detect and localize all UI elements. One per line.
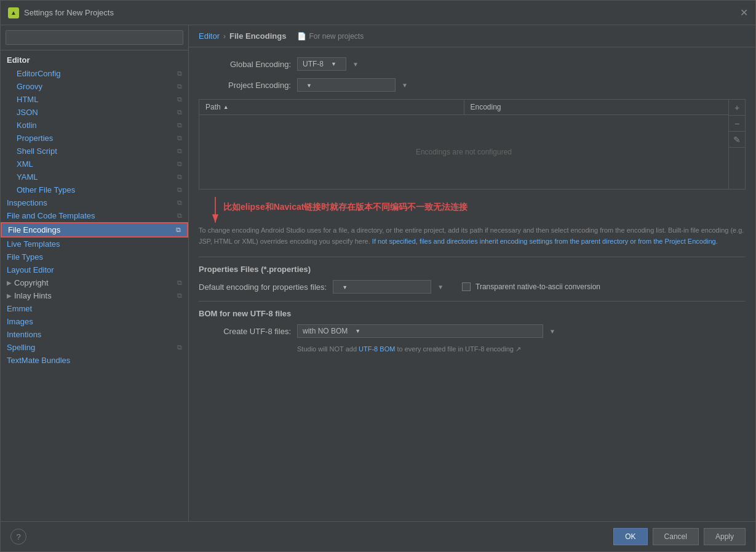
copy-icon: ⧉: [177, 70, 182, 78]
sidebar-item-emmet[interactable]: Emmet: [1, 302, 188, 315]
copy-icon: ⧉: [177, 95, 182, 103]
sidebar-item-inspections[interactable]: Inspections ⧉: [1, 196, 188, 209]
project-encoding-dropdown[interactable]: ▼: [297, 78, 396, 92]
search-input[interactable]: [6, 30, 183, 45]
sidebar-item-images[interactable]: Images: [1, 315, 188, 328]
app-icon: ▲: [8, 7, 19, 18]
sidebar-item-inlay-hints[interactable]: ▶ Inlay Hints ⧉: [1, 289, 188, 302]
bom-dropdown[interactable]: with NO BOM ▼: [297, 324, 543, 338]
close-button[interactable]: ✕: [740, 8, 748, 18]
dialog-footer: ? OK Cancel Apply: [1, 521, 755, 551]
cancel-button[interactable]: Cancel: [653, 528, 699, 545]
sidebar-item-textmate-bundles[interactable]: TextMate Bundles: [1, 354, 188, 367]
properties-encoding-dropdown[interactable]: ▼: [333, 280, 431, 294]
copy-icon: ⧉: [177, 173, 182, 181]
sidebar-item-live-templates[interactable]: Live Templates: [1, 238, 188, 250]
breadcrumb-parent[interactable]: Editor: [199, 31, 220, 41]
table-add-button[interactable]: +: [729, 100, 745, 116]
sidebar-item-groovy[interactable]: Groovy ⧉: [1, 80, 188, 93]
sidebar-item-file-types[interactable]: File Types: [1, 250, 188, 263]
bom-note-text-2: to every created file in UTF-8 encoding …: [395, 345, 521, 353]
table-edit-button[interactable]: ✎: [729, 132, 745, 148]
copy-icon: ⧉: [177, 186, 182, 194]
sidebar-item-kotlin[interactable]: Kotlin ⧉: [1, 119, 188, 132]
annotation-arrow-icon: [206, 197, 225, 228]
apply-button[interactable]: Apply: [704, 528, 746, 545]
global-encoding-dropdown[interactable]: UTF-8 ▼: [297, 57, 346, 71]
footer-buttons: OK Cancel Apply: [613, 528, 746, 545]
table-empty-message: Encodings are not configured: [416, 148, 512, 156]
transparent-conversion-label: Transparent native-to-ascii conversion: [475, 282, 600, 291]
panel-body: Global Encoding: UTF-8 ▼ ▼ Project Encod…: [189, 47, 755, 521]
sidebar-item-file-encodings[interactable]: File Encodings ⧉: [1, 222, 188, 238]
copy-icon: ⧉: [177, 121, 182, 129]
dropdown-arrow-icon: ▼: [402, 82, 408, 89]
dropdown-arrow-icon: ▼: [352, 61, 359, 68]
info-text-highlight: If not specified, files and directories …: [372, 238, 718, 245]
breadcrumb-current: File Encodings: [229, 31, 286, 41]
bom-link[interactable]: UTF-8 BOM: [359, 345, 395, 353]
breadcrumb-tag: 📄 For new projects: [297, 32, 364, 41]
tag-label: For new projects: [309, 32, 364, 41]
project-encoding-row: Project Encoding: ▼ ▼: [199, 78, 746, 92]
breadcrumb-separator: ›: [223, 32, 226, 41]
bom-note-text-1: Studio will NOT add: [297, 345, 359, 353]
bom-note: Studio will NOT add UTF-8 BOM to every c…: [199, 345, 746, 353]
copy-icon: ⧉: [176, 226, 181, 234]
sidebar-item-intentions[interactable]: Intentions: [1, 328, 188, 341]
search-box: 🔍: [1, 25, 188, 50]
annotation-text: 比如elipse和Navicat链接时就存在版本不同编码不一致无法连接: [199, 197, 746, 218]
sidebar-item-file-code-templates[interactable]: File and Code Templates ⧉: [1, 209, 188, 222]
project-encoding-label: Project Encoding:: [199, 81, 291, 90]
sidebar-item-yaml[interactable]: YAML ⧉: [1, 170, 188, 183]
copy-icon: ⧉: [177, 292, 182, 300]
col-encoding[interactable]: Encoding: [464, 100, 729, 114]
dropdown-arrow-icon: ▼: [437, 284, 444, 290]
search-wrap: 🔍: [6, 30, 183, 45]
table-side-buttons: + − ✎: [728, 100, 745, 189]
help-button[interactable]: ?: [10, 529, 26, 545]
table-remove-button[interactable]: −: [729, 116, 745, 132]
bom-label: Create UTF-8 files:: [199, 327, 291, 336]
copy-icon: ⧉: [177, 279, 182, 287]
sidebar-item-copyright[interactable]: ▶ Copyright ⧉: [1, 276, 188, 289]
copy-icon: ⧉: [177, 108, 182, 116]
sidebar-item-layout-editor[interactable]: Layout Editor: [1, 263, 188, 276]
bom-row: Create UTF-8 files: with NO BOM ▼ ▼: [199, 324, 746, 338]
sidebar-item-json[interactable]: JSON ⧉: [1, 106, 188, 119]
global-encoding-label: Global Encoding:: [199, 60, 291, 69]
settings-dialog: ▲ Settings for New Projects ✕ 🔍 Editor E…: [0, 0, 756, 552]
sidebar-item-other-file-types[interactable]: Other File Types ⧉: [1, 183, 188, 196]
copy-icon: ⧉: [177, 160, 182, 168]
annotation-box: 比如elipse和Navicat链接时就存在版本不同编码不一致无法连接: [199, 197, 746, 218]
sidebar-item-xml[interactable]: XML ⧉: [1, 158, 188, 170]
copy-icon: ⧉: [177, 343, 182, 351]
ok-button[interactable]: OK: [613, 528, 647, 545]
window-title: Settings for New Projects: [24, 8, 114, 17]
sidebar-section-editor[interactable]: Editor: [1, 53, 188, 67]
properties-encoding-label: Default encoding for properties files:: [199, 282, 327, 292]
sidebar-item-spelling[interactable]: Spelling ⧉: [1, 341, 188, 354]
col-path[interactable]: Path: [199, 100, 464, 114]
divider-1: [199, 257, 746, 257]
transparent-conversion-checkbox[interactable]: [462, 282, 471, 291]
copy-icon: ⧉: [177, 134, 182, 142]
copy-icon: ⧉: [177, 199, 182, 207]
table-wrapper: Path Encoding Encodings are not configur…: [199, 100, 745, 189]
transparent-conversion-row: Transparent native-to-ascii conversion: [462, 282, 600, 291]
sidebar-item-properties[interactable]: Properties ⧉: [1, 132, 188, 145]
title-bar: ▲ Settings for New Projects ✕: [1, 1, 755, 25]
bom-dropdown-arrow-icon: ▼: [549, 328, 555, 335]
sidebar: 🔍 Editor EditorConfig ⧉ Groovy ⧉ HTML ⧉: [1, 25, 189, 521]
right-panel: Editor › File Encodings 📄 For new projec…: [189, 25, 755, 521]
properties-encoding-row: Default encoding for properties files: ▼…: [199, 280, 746, 294]
tree-list: Editor EditorConfig ⧉ Groovy ⧉ HTML ⧉ JS…: [1, 50, 188, 521]
sidebar-item-editorconfig[interactable]: EditorConfig ⧉: [1, 67, 188, 80]
sidebar-item-shell-script[interactable]: Shell Script ⧉: [1, 145, 188, 158]
info-text: To change encoding Android Studio uses f…: [199, 225, 746, 247]
main-content: 🔍 Editor EditorConfig ⧉ Groovy ⧉ HTML ⧉: [1, 25, 755, 521]
copy-icon: ⧉: [177, 212, 182, 220]
sidebar-item-html[interactable]: HTML ⧉: [1, 93, 188, 106]
expand-arrow-icon: ▶: [7, 292, 12, 299]
global-encoding-row: Global Encoding: UTF-8 ▼ ▼: [199, 57, 746, 71]
